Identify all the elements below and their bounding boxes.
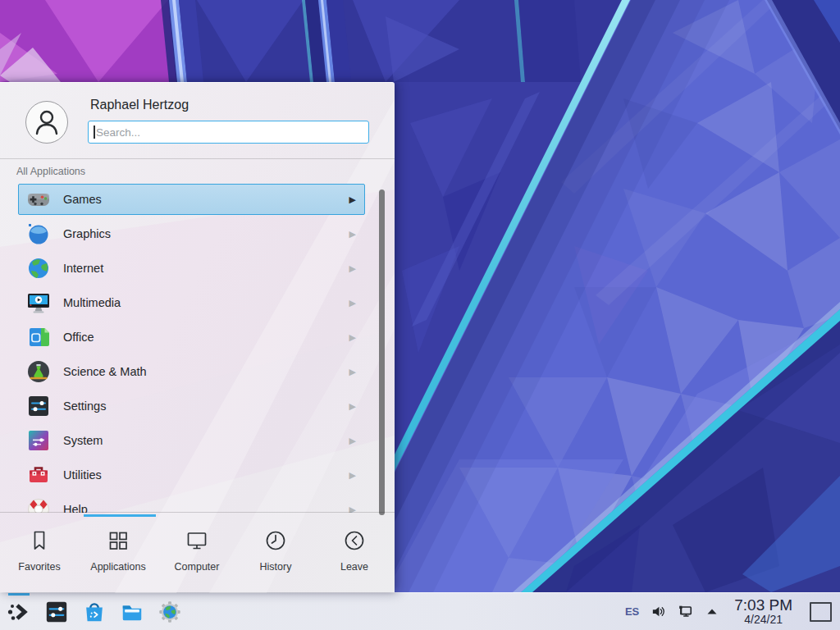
text-cursor <box>94 126 95 139</box>
submenu-arrow-icon: ▶ <box>349 298 356 308</box>
category-label: Science & Math <box>63 365 349 378</box>
sliders-dark-icon <box>25 393 52 419</box>
category-row-internet[interactable]: Internet ▶ <box>18 253 365 284</box>
lifebuoy-icon <box>25 496 52 513</box>
category-label: Utilities <box>63 468 349 482</box>
tab-computer[interactable]: Computer <box>158 513 236 592</box>
toolbox-icon <box>25 462 52 488</box>
user-silhouette-icon <box>30 106 63 139</box>
category-label: Office <box>63 331 349 344</box>
tab-label: Applications <box>90 561 145 573</box>
globe-gear-icon <box>158 600 181 623</box>
category-label: Graphics <box>63 227 349 240</box>
globe-icon <box>25 255 52 281</box>
taskbar-panel: ES 7:03 <box>0 592 840 630</box>
active-task-indicator <box>8 593 30 596</box>
category-row-system[interactable]: System ▶ <box>18 425 365 456</box>
clock-time: 7:03 PM <box>734 597 792 614</box>
category-row-games[interactable]: Games ▶ <box>18 184 365 215</box>
taskbar-kde-launcher-button[interactable] <box>7 600 31 624</box>
discover-bag-icon <box>82 600 107 624</box>
taskbar-discover-button[interactable] <box>82 600 107 624</box>
clock-icon <box>263 528 288 553</box>
flask-icon <box>25 358 52 385</box>
tab-label: Leave <box>340 561 368 573</box>
submenu-arrow-icon: ▶ <box>349 229 356 240</box>
submenu-arrow-icon: ▶ <box>349 470 356 481</box>
category-label: Settings <box>63 399 349 413</box>
kde-launcher-icon <box>7 600 31 624</box>
submenu-arrow-icon: ▶ <box>349 367 356 377</box>
user-avatar[interactable] <box>25 101 68 144</box>
system-settings-icon <box>44 600 69 624</box>
submenu-arrow-icon: ▶ <box>349 436 356 446</box>
bookmark-icon <box>27 528 52 553</box>
desktop: Raphael Hertzog All Applications G <box>0 0 840 630</box>
application-category-list: Games ▶ Graphics ▶ <box>0 184 395 513</box>
show-desktop-button[interactable] <box>810 602 832 622</box>
category-row-office[interactable]: Office ▶ <box>18 322 365 353</box>
gamepad-icon <box>25 186 52 212</box>
documents-icon <box>25 324 52 350</box>
tab-favorites[interactable]: Favorites <box>0 513 79 592</box>
category-label: Games <box>63 193 349 206</box>
category-row-graphics[interactable]: Graphics ▶ <box>18 218 365 249</box>
category-row-utilities[interactable]: Utilities ▶ <box>18 459 365 491</box>
submenu-arrow-icon: ▶ <box>349 194 356 205</box>
file-manager-folder-icon <box>120 600 144 624</box>
volume-icon <box>651 604 666 619</box>
category-label: Internet <box>63 262 349 275</box>
category-row-settings[interactable]: Settings ▶ <box>18 390 365 422</box>
network-icon <box>677 603 693 620</box>
tab-applications[interactable]: Applications <box>79 513 158 592</box>
tab-label: Favorites <box>18 561 60 573</box>
grid-icon <box>106 528 130 553</box>
system-slider-icon <box>25 427 52 454</box>
launcher-header: Raphael Hertzog <box>0 83 395 159</box>
search-input[interactable] <box>88 121 369 144</box>
volume-button[interactable] <box>650 604 666 620</box>
taskbar-file-manager-button[interactable] <box>120 600 144 624</box>
taskbar-system-settings-button[interactable] <box>44 600 69 624</box>
category-row-multimedia[interactable]: Multimedia ▶ <box>18 287 365 318</box>
network-button[interactable] <box>677 604 693 620</box>
tab-history[interactable]: History <box>236 513 315 592</box>
keyboard-layout-indicator[interactable]: ES <box>625 605 639 618</box>
submenu-arrow-icon: ▶ <box>349 332 356 343</box>
expand-tray-button[interactable] <box>704 604 720 620</box>
tab-label: Computer <box>175 561 220 573</box>
submenu-arrow-icon: ▶ <box>349 263 356 274</box>
media-monitor-icon <box>25 290 52 316</box>
submenu-arrow-icon: ▶ <box>349 401 356 412</box>
section-label: All Applications <box>16 166 85 177</box>
category-label: Multimedia <box>63 296 349 309</box>
tab-label: History <box>260 561 292 573</box>
category-row-science-math[interactable]: Science & Math ▶ <box>18 356 365 387</box>
user-name: Raphael Hertzog <box>90 98 189 112</box>
application-launcher-popup: Raphael Hertzog All Applications G <box>0 82 395 592</box>
tab-leave[interactable]: Leave <box>315 513 394 592</box>
expand-tray-arrow-icon <box>705 605 719 619</box>
launcher-footer-tabs: Favorites Applications <box>0 512 395 592</box>
list-scrollbar[interactable] <box>379 189 385 515</box>
blue-sphere-icon <box>25 221 52 247</box>
leave-circle-icon <box>342 528 367 553</box>
category-row-help[interactable]: Help ▶ <box>18 494 365 513</box>
system-tray: ES 7:03 <box>625 597 840 626</box>
clock-date: 4/24/21 <box>734 614 792 626</box>
digital-clock[interactable]: 7:03 PM 4/24/21 <box>734 597 792 626</box>
taskbar-globe-settings-button[interactable] <box>158 600 182 624</box>
category-label: System <box>63 434 349 447</box>
monitor-icon <box>185 528 209 553</box>
